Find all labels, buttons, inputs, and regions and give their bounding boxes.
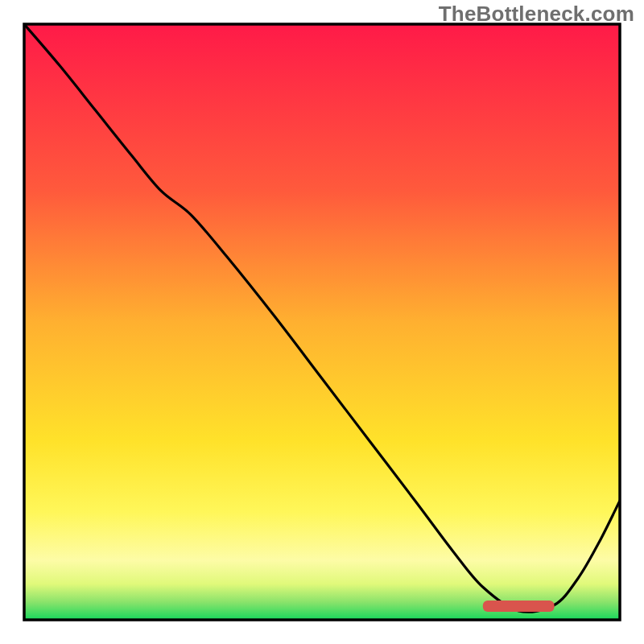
chart-svg [0, 0, 644, 644]
chart-root: TheBottleneck.com [0, 0, 644, 644]
watermark-text: TheBottleneck.com [439, 2, 634, 27]
gradient-background [24, 24, 620, 620]
optimum-marker [483, 601, 555, 612]
